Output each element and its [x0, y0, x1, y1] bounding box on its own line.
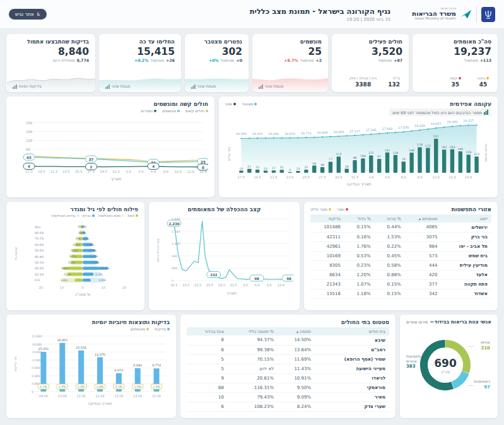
table-row[interactable]: מעייני הישועה11.43%לא ידוע5	[187, 364, 389, 373]
trend-link[interactable]: בדיקות יומיות	[13, 84, 42, 89]
legend-item[interactable]: חולים קשים	[185, 108, 208, 113]
svg-text:מס' בדיקות: מס' בדיקות	[14, 356, 17, 371]
table-row[interactable]: רמב"ם13.64%99.38%6	[187, 345, 389, 354]
epidemic-chart-canvas[interactable]: 1527221517215132250407711328881001219714…	[225, 116, 491, 187]
table-title: אזורי התפשטות	[452, 206, 491, 212]
legend-label: בדיקות	[155, 327, 166, 331]
svg-text:12,976: 12,976	[95, 353, 105, 356]
legend-item[interactable]: מונשמים	[162, 108, 180, 113]
donut-label-doctors: רופאים/ות 97	[474, 379, 490, 390]
doubling-chart-canvas[interactable]: 04809601,4401,9202,4002,230232989816.519…	[155, 212, 293, 298]
table-row[interactable]: לניאדו10.91%20.61%9	[187, 373, 389, 383]
kpi-card-tests[interactable]: בדיקות שהתבצעו אתמול 8,840 9,774מתחילת ה…	[6, 34, 95, 92]
table-cell: 1.18%	[344, 289, 375, 298]
svg-text:18,989: 18,989	[447, 120, 458, 124]
column-header[interactable]: מאומתים ▴	[405, 214, 442, 223]
trend-link[interactable]: מגמת שינוי	[105, 84, 130, 89]
table-row[interactable]: בית שמש5730.45%0.53%10169	[310, 251, 491, 260]
column-header[interactable]: בדיקות	[310, 214, 344, 223]
legend-item[interactable]: מצטבר	[242, 102, 257, 106]
svg-text:27.5: 27.5	[319, 175, 326, 179]
table-row[interactable]: אשדוד3420.15%1.18%15516	[310, 289, 491, 298]
svg-text:מס' חולים: מס' חולים	[227, 146, 231, 161]
table-row[interactable]: שמיר (אסף הרופא)11.69%70.15%5	[187, 354, 389, 364]
svg-text:6,000: 6,000	[32, 375, 40, 378]
annotation-pill: מספר הנדבקים היום הינו כפול מהמספר לפני …	[389, 108, 491, 116]
kpi-value: 15,415	[105, 46, 175, 57]
svg-text:17,660: 17,660	[382, 127, 393, 131]
table-row[interactable]: סוראסקי9.50%116.31%68	[187, 383, 389, 392]
kpi-severe: קשה 35	[450, 76, 461, 88]
trend-link[interactable]: מגמת שינוי	[259, 84, 283, 89]
svg-text:15: 15	[240, 167, 243, 170]
svg-text:10-19: 10-19	[35, 273, 44, 276]
kpi-delta: +26	[166, 58, 175, 62]
svg-text:0: 0	[202, 166, 204, 170]
kpi-card-ventilated[interactable]: מונשמים 25 +2מאתמול+8.7% מגמת שינוי	[252, 34, 328, 92]
kpi-card-confirmed[interactable]: סה"כ מאומתים 19,237 +113מאתמול בינוני 45…	[413, 34, 498, 92]
table-cell: 15516	[310, 289, 344, 298]
tests-chart-canvas[interactable]: 03,0006,0009,00012,00015,00018,00021,000…	[13, 331, 170, 409]
column-header[interactable]: צוות בבידוד	[187, 327, 228, 335]
svg-text:100: 100	[360, 154, 366, 158]
svg-text:12.6: 12.6	[187, 170, 195, 173]
svg-text:126: 126	[466, 151, 471, 154]
mini-bars-icon	[259, 84, 263, 89]
mini-bars-icon	[191, 84, 196, 89]
legend-item[interactable]: בדיקות	[155, 327, 170, 331]
kpi-card-active[interactable]: חולים פעילים 3,520 +87מאתמול בי"ח 132 בי…	[332, 34, 409, 92]
table-row[interactable]: תל אביב - יפו9840.22%1.76%42961	[310, 242, 491, 251]
kpi-card-deaths[interactable]: נפטרים מצטבר 302 +0מאתמול+0% מגמת שינוי	[185, 34, 249, 92]
svg-text:15,051: 15,051	[38, 347, 49, 351]
column-header[interactable]: בית חולים	[315, 327, 389, 335]
table-cell: אשדוד	[441, 289, 491, 298]
table-cell: 1.07%	[344, 279, 375, 289]
column-header[interactable]: % גידול	[344, 214, 375, 223]
legend-item[interactable]: מאומתים	[131, 327, 149, 331]
svg-text:480: 480	[172, 267, 177, 270]
hospitals-table: בית חוליםתפוסה ▴% תפוסה כלליצוות בבידודש…	[187, 327, 389, 412]
table-row[interactable]: מודיעין עילית4440.58%0.23%8305	[310, 260, 491, 270]
donut-area: 690 סה"כ אחיות 210 רופאים/ות 97 מקצועות …	[406, 327, 491, 404]
table-row[interactable]: מאיר9.09%79.43%10	[187, 392, 389, 402]
table-cell: 3075	[405, 232, 442, 242]
trend-link[interactable]: מגמת שינוי	[191, 84, 216, 89]
svg-text:16,848: 16,848	[317, 131, 328, 134]
table-row[interactable]: שיבא14.50%94.37%8	[187, 335, 389, 345]
charts-row-1: עקומה אפידמית מצטברשינוי מספר הנדבקים הי…	[6, 96, 498, 197]
pyramid-chart-canvas[interactable]: +900.8%0.3%80-891.4%1.1%70-792%2.6%60-69…	[13, 218, 138, 298]
table-cell: 0.44%	[375, 223, 405, 232]
table-cell: פתח תקווה	[441, 279, 491, 289]
svg-text:17.5: 17.5	[25, 170, 33, 173]
legend-dot-icon	[206, 110, 208, 112]
others-detail-toggle[interactable]: ≡ פירוט אחרים	[406, 319, 434, 325]
column-header[interactable]: תפוסה ▴	[278, 327, 315, 335]
column-header[interactable]: יישוב	[441, 214, 491, 223]
table-row[interactable]: אלעד4200.88%1.20%6634	[310, 270, 491, 279]
svg-text:3.8%: 3.8%	[60, 279, 67, 282]
table-row[interactable]: פתח תקווה3770.15%1.07%21343	[310, 279, 491, 289]
kpi-delta-suffix: מאתמול	[221, 58, 235, 62]
accessibility-button[interactable]: ♿ אתר נגיש	[9, 9, 47, 20]
table-cell: 10.91%	[278, 373, 315, 383]
legend-item[interactable]: נסגר	[337, 207, 348, 211]
legend-item[interactable]: שינוי	[225, 102, 236, 106]
svg-text:14.6: 14.6	[465, 175, 472, 179]
svg-text:97: 97	[377, 155, 381, 158]
legend-item[interactable]: נסגר חלקי	[310, 207, 331, 211]
kpi-title: החלימו עד כה	[105, 38, 175, 45]
wheelchair-icon: ♿	[37, 11, 41, 17]
svg-text:232: 232	[210, 273, 218, 277]
svg-text:22: 22	[255, 166, 259, 169]
table-row[interactable]: שערי צדק8.24%108.23%6	[187, 402, 389, 411]
legend-item[interactable]: נפטרים	[141, 108, 156, 113]
table-row[interactable]: ירושלים40850.44%0.15%101486	[310, 223, 491, 232]
column-header[interactable]: % עירוני	[375, 214, 405, 223]
svg-text:2.6: 2.6	[126, 170, 131, 173]
severe-chart-canvas[interactable]: 8012016020017.519.521.523.525.527.529.53…	[13, 113, 208, 185]
table-row[interactable]: בני ברק30751.53%0.16%42311	[310, 232, 491, 242]
svg-text:29.5: 29.5	[100, 170, 108, 173]
kpi-card-recovered[interactable]: החלימו עד כה 15,415 +26מאתמול+0.2% מגמת …	[99, 34, 181, 92]
column-header[interactable]: % תפוסה כללי	[228, 327, 278, 335]
legend-dot-icon	[77, 214, 79, 217]
